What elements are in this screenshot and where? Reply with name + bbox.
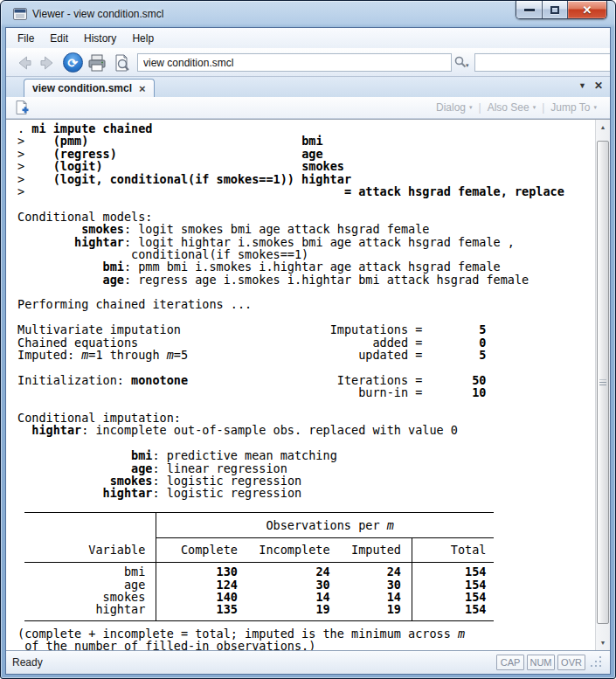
output-line: (complete + incomplete = total; imputed … — [17, 627, 595, 640]
menu-history[interactable]: History — [76, 30, 124, 47]
table-column-header: Variable Complete Incomplete Imputed Tot… — [24, 538, 493, 562]
scrollbar-thumb[interactable] — [597, 141, 609, 624]
tab-bar: view condition.smcl × ▼ ✕ — [6, 77, 610, 97]
print-button[interactable] — [85, 51, 109, 75]
output-line — [17, 286, 595, 298]
maximize-button[interactable] — [542, 1, 567, 18]
output-line: hightar: incomplete out-of-sample obs. r… — [17, 424, 595, 436]
overwrite-indicator: OVR — [557, 655, 585, 670]
scroll-up-icon: ▲ — [600, 124, 606, 130]
address-input[interactable] — [137, 53, 452, 72]
tab-label: view condition.smcl — [32, 82, 132, 94]
table-vline — [412, 538, 412, 620]
output-line: smokes: logit smokes bmi age attack hsgr… — [17, 223, 595, 235]
scroll-down-icon: ▼ — [600, 640, 606, 646]
window-controls: ✕ — [516, 1, 607, 19]
output-line: bmi: predictive mean matching — [17, 449, 595, 461]
new-document-icon — [14, 100, 30, 115]
viewer-window: Viewer - view condition.smcl ✕ File Edit… — [0, 0, 616, 679]
back-arrow-icon — [13, 52, 34, 73]
dialog-menu-button[interactable]: Dialog▾ — [430, 101, 479, 114]
output-line — [17, 197, 595, 210]
output-line: Chained equations added = 0 — [17, 336, 595, 349]
status-text: Ready — [12, 656, 43, 669]
document-magnifier-icon — [111, 52, 132, 73]
table-vline — [156, 513, 156, 620]
resize-grip[interactable] — [591, 656, 604, 669]
output-line: > = attack hsgrad female, replace — [17, 185, 595, 197]
tabbar-controls: ▼ ✕ — [578, 80, 603, 91]
output-line — [17, 437, 595, 449]
output-line — [17, 361, 595, 373]
output-line — [17, 311, 595, 323]
output-block: . mi impute chained> (pmm) bmi> (regress… — [17, 122, 595, 512]
status-bar: Ready CAP NUM OVR — [6, 650, 610, 674]
output-line: age: regress age i.smokes i.hightar bmi … — [17, 274, 595, 286]
title-bar[interactable]: Viewer - view condition.smcl ✕ — [5, 1, 611, 27]
output-line: Imputed: m=1 through m=5 updated = 5 — [17, 349, 595, 361]
refresh-icon: ⟳ — [63, 52, 83, 73]
tab-view-condition[interactable]: view condition.smcl × — [24, 79, 155, 97]
output-line — [17, 500, 595, 512]
menu-bar: File Edit History Help — [6, 28, 610, 48]
output-line: of the number of filled-in observations.… — [17, 640, 595, 650]
search-options-button[interactable]: ▾ — [452, 53, 473, 73]
menu-file[interactable]: File — [10, 30, 42, 47]
tab-close-icon[interactable]: × — [139, 83, 146, 94]
table-row: age 124 30 30 154 — [24, 579, 493, 591]
output-line: > (regress) age — [17, 148, 595, 160]
output-line: > (logit) smokes — [17, 160, 595, 172]
output-line: Performing chained iterations ... — [17, 298, 595, 310]
scrollbar-grip-icon — [599, 379, 606, 385]
table-row: hightar 135 19 19 154 — [24, 603, 493, 615]
tab-list-chevron-icon[interactable]: ▼ — [578, 81, 586, 90]
output-line: Conditional models: — [17, 211, 595, 223]
vertical-scrollbar[interactable]: ▲ ▼ — [595, 120, 610, 650]
num-lock-indicator: NUM — [527, 655, 555, 670]
jump-to-caret-icon: ▾ — [593, 104, 597, 111]
close-window-button[interactable]: ✕ — [567, 1, 606, 18]
menu-help[interactable]: Help — [124, 30, 162, 47]
output-line: Multivariate imputation Imputations = 5 — [17, 323, 595, 336]
output-line: > (logit, conditional(if smokes==1)) hig… — [17, 173, 595, 185]
caps-lock-indicator: CAP — [496, 655, 524, 670]
output-line: hightar: logit hightar i.smokes bmi age … — [17, 236, 595, 248]
also-see-menu-button[interactable]: Also See▾ — [481, 101, 543, 114]
scrollbar-track[interactable] — [596, 135, 610, 635]
viewer-app-icon — [13, 8, 27, 20]
resize-grip-icon — [591, 656, 604, 669]
output-line: burn-in = 10 — [17, 386, 595, 398]
also-see-caret-icon: ▾ — [533, 104, 536, 111]
menu-edit[interactable]: Edit — [42, 30, 76, 47]
main-toolbar: ⟳ ▾ — [6, 48, 610, 77]
content-area: . mi impute chained> (pmm) bmi> (regress… — [6, 119, 610, 650]
minimize-button[interactable] — [516, 1, 542, 18]
close-icon: ✕ — [583, 4, 592, 16]
printer-icon — [87, 52, 107, 73]
output-line: conditional(if smokes==1) — [17, 248, 595, 260]
table-row: bmi 130 24 24 154 — [24, 565, 493, 578]
statusbar-indicators: CAP NUM OVR — [494, 655, 604, 670]
new-viewer-button[interactable] — [13, 99, 31, 116]
forward-button[interactable] — [36, 51, 60, 75]
output-line: hightar: logistic regression — [17, 487, 595, 499]
refresh-button[interactable]: ⟳ — [60, 51, 85, 75]
output-line: bmi: pmm bmi i.smokes i.hightar age atta… — [17, 260, 595, 273]
output-line: Conditional imputation: — [17, 412, 595, 424]
minimize-icon — [524, 9, 535, 11]
jump-to-menu-button[interactable]: Jump To▾ — [544, 101, 603, 114]
back-button[interactable] — [11, 51, 36, 75]
output-line: > (pmm) bmi — [17, 135, 595, 147]
document-toolbar: Dialog▾ | Also See▾ | Jump To▾ — [6, 97, 610, 119]
table-span-header: Observations per m — [24, 513, 493, 537]
tabbar-close-icon[interactable]: ✕ — [594, 80, 603, 91]
scroll-down-button[interactable]: ▼ — [596, 635, 610, 650]
forward-arrow-icon — [38, 52, 59, 73]
output-line: smokes: logistic regression — [17, 475, 595, 487]
preview-log-button[interactable] — [109, 51, 134, 75]
dialog-caret-icon: ▾ — [469, 104, 473, 111]
scroll-up-button[interactable]: ▲ — [596, 120, 610, 135]
search-input[interactable] — [474, 53, 611, 72]
maximize-icon — [550, 6, 559, 14]
smcl-output: . mi impute chained> (pmm) bmi> (regress… — [6, 120, 595, 650]
